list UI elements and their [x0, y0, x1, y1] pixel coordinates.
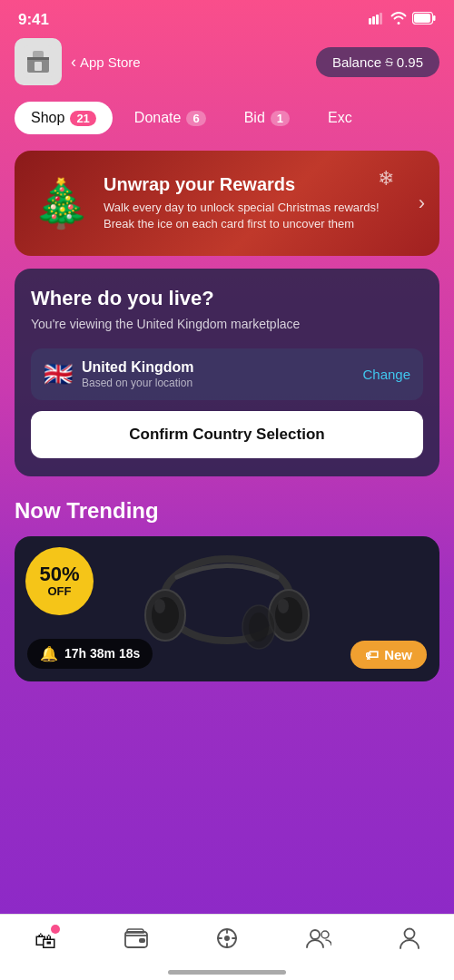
balance-currency: S [385, 55, 393, 69]
svg-point-18 [278, 599, 289, 613]
balance-label: Balance [332, 54, 381, 70]
sale-off: OFF [48, 584, 72, 598]
country-desc: Based on your location [82, 377, 194, 389]
sale-percent: 50% [39, 564, 79, 584]
svg-rect-6 [414, 14, 430, 23]
status-bar: 9:41 [0, 0, 454, 33]
tab-donate-badge: 6 [186, 111, 205, 126]
app-store-back-button[interactable]: ‹ App Store [71, 53, 141, 72]
confirm-country-button[interactable]: Confirm Country Selection [31, 411, 423, 458]
svg-rect-10 [35, 62, 42, 71]
nav-community[interactable] [295, 925, 342, 957]
trending-title: Now Trending [15, 498, 439, 524]
new-badge: 🏷 New [350, 641, 427, 669]
trending-section: Now Trending [0, 489, 454, 681]
svg-rect-11 [27, 57, 49, 60]
tab-donate-label: Donate [134, 110, 182, 126]
change-country-button[interactable]: Change [362, 367, 410, 382]
nav-shop[interactable]: 🛍 [24, 925, 67, 957]
tab-shop-badge: 21 [70, 111, 95, 126]
uk-flag-icon: 🇬🇧 [44, 360, 73, 388]
svg-rect-1 [372, 16, 375, 24]
nav-explore[interactable] [205, 924, 249, 958]
app-store-label: App Store [80, 54, 141, 70]
location-subtitle: You're viewing the United Kingdom market… [31, 316, 423, 334]
banner-text: Unwrap your Rewards Walk every day to un… [104, 174, 408, 232]
tab-bid-label: Bid [244, 110, 265, 126]
svg-point-24 [224, 936, 230, 941]
profile-nav-icon [400, 927, 419, 955]
signal-icon [369, 12, 385, 28]
svg-rect-22 [139, 938, 145, 943]
community-nav-icon [306, 928, 331, 954]
tag-icon: 🏷 [365, 647, 379, 662]
svg-point-17 [154, 599, 165, 613]
svg-rect-3 [380, 13, 382, 24]
tab-bid-badge: 1 [271, 111, 290, 126]
nav-profile[interactable] [389, 924, 430, 958]
banner-chevron-icon: › [419, 191, 425, 215]
location-card: Where do you live? You're viewing the Un… [15, 269, 439, 476]
tab-bid[interactable]: Bid 1 [228, 102, 306, 134]
tabs-row: Shop 21 Donate 6 Bid 1 Exc [0, 94, 454, 142]
country-info: 🇬🇧 United Kingdom Based on your location [44, 359, 194, 389]
chevron-left-icon: ‹ [71, 53, 76, 72]
nav-wallet[interactable] [114, 925, 159, 957]
nav-dot [51, 925, 60, 934]
product-card[interactable]: 50% OFF 🔔 17h 38m 18s 🏷 New [15, 536, 439, 681]
wifi-icon [390, 12, 407, 28]
banner-title: Unwrap your Rewards [104, 174, 408, 195]
explore-nav-icon [216, 927, 238, 955]
country-row: 🇬🇧 United Kingdom Based on your location… [31, 348, 423, 400]
store-icon [15, 38, 62, 85]
battery-icon [412, 12, 436, 28]
banner-subtitle: Walk every day to unlock special Christm… [104, 200, 408, 232]
home-indicator [168, 970, 286, 975]
bell-icon: 🔔 [40, 645, 58, 662]
balance-amount: 0.95 [397, 54, 423, 70]
new-label: New [384, 647, 412, 662]
svg-point-26 [321, 931, 329, 938]
svg-point-27 [405, 929, 415, 939]
wallet-nav-icon [124, 928, 148, 954]
country-details: United Kingdom Based on your location [82, 359, 194, 389]
svg-point-25 [311, 930, 320, 939]
timer-text: 17h 38m 18s [64, 646, 140, 661]
tab-donate[interactable]: Donate 6 [118, 102, 222, 134]
tab-exc[interactable]: Exc [311, 102, 369, 134]
country-name: United Kingdom [82, 359, 194, 376]
christmas-tree-icon: 🎄 [29, 167, 93, 240]
status-time: 9:41 [18, 11, 49, 29]
tab-shop[interactable]: Shop 21 [15, 102, 113, 134]
tab-shop-label: Shop [31, 110, 64, 126]
balance-badge: Balance S 0.95 [316, 47, 439, 77]
location-title: Where do you live? [31, 287, 423, 310]
svg-rect-2 [376, 15, 379, 24]
snowflake-icon: ❄ [378, 167, 394, 191]
tab-exc-label: Exc [328, 110, 352, 126]
svg-point-20 [249, 612, 269, 642]
svg-rect-0 [369, 18, 371, 24]
rewards-banner[interactable]: 🎄 Unwrap your Rewards Walk every day to … [15, 151, 439, 256]
status-icons [369, 12, 436, 28]
top-bar: ‹ App Store Balance S 0.95 [0, 33, 454, 94]
timer-badge: 🔔 17h 38m 18s [27, 639, 153, 669]
sale-badge: 50% OFF [25, 547, 94, 615]
svg-rect-5 [433, 15, 436, 21]
